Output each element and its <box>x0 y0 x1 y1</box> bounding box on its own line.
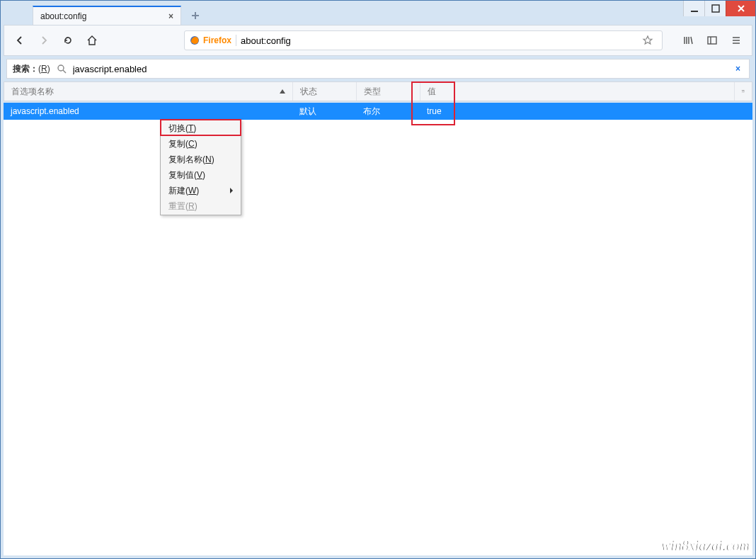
pref-status-cell: 默认 <box>292 106 356 118</box>
context-reset: 重置(R) 重置(R) <box>161 198 240 214</box>
reload-button[interactable] <box>58 30 78 50</box>
context-copy-value[interactable]: 复制值(V) 复制值(V) <box>161 167 240 183</box>
search-label: 搜索：(R) <box>13 63 50 75</box>
context-copy-name[interactable]: 复制名称(N) 复制名称(N) <box>161 152 240 167</box>
back-arrow-icon <box>14 35 25 46</box>
close-icon <box>735 3 747 14</box>
pref-type-cell: 布尔 <box>356 106 420 118</box>
firefox-icon <box>189 35 200 46</box>
context-new[interactable]: 新建(W) 新建(W) <box>161 183 240 198</box>
url-input[interactable] <box>241 34 638 47</box>
svg-rect-0 <box>691 11 698 12</box>
watermark: win8xiazai.com <box>661 538 750 554</box>
toolbar-right-group <box>678 30 746 50</box>
home-icon <box>86 35 98 46</box>
sidebar-icon <box>706 35 718 46</box>
context-copy[interactable]: 复制(C) 复制(C) <box>161 136 240 152</box>
svg-rect-8 <box>743 91 744 93</box>
browser-tab[interactable]: about:config × <box>33 6 181 26</box>
svg-point-5 <box>58 65 64 71</box>
svg-rect-7 <box>743 91 743 93</box>
bookmark-star-button[interactable] <box>642 35 658 46</box>
back-button[interactable] <box>10 30 30 50</box>
reload-icon <box>62 35 74 46</box>
preferences-list[interactable]: javascript.enabled 默认 布尔 true <box>4 103 752 555</box>
tab-close-button[interactable]: × <box>168 11 173 21</box>
maximize-icon <box>710 3 721 14</box>
submenu-arrow-icon <box>230 188 233 193</box>
library-button[interactable] <box>678 30 698 50</box>
column-header-value[interactable]: 值 <box>420 82 735 101</box>
address-bar[interactable]: Firefox <box>184 30 663 50</box>
forward-arrow-icon <box>38 35 50 46</box>
context-menu: 切换(T) 切换(T) 复制(C) 复制(C) 复制名称(N) 复制名称(N) … <box>160 119 241 215</box>
star-icon <box>642 35 653 46</box>
library-icon <box>682 35 694 46</box>
clear-search-button[interactable]: × <box>733 64 743 74</box>
sort-ascending-icon <box>280 89 285 94</box>
plus-icon <box>190 10 201 21</box>
tab-strip: about:config × <box>33 4 692 26</box>
column-header-name[interactable]: 首选项名称 <box>4 82 293 101</box>
home-button[interactable] <box>82 30 102 50</box>
svg-line-6 <box>63 70 66 73</box>
svg-rect-3 <box>708 37 716 44</box>
preference-search-bar: 搜索：(R) × <box>6 59 750 79</box>
close-window-button[interactable] <box>726 1 755 16</box>
pref-value-cell: true <box>420 106 752 116</box>
svg-rect-1 <box>712 5 719 12</box>
search-icon <box>56 63 67 74</box>
column-header-status[interactable]: 状态 <box>293 82 357 101</box>
window-controls <box>683 1 755 16</box>
column-header-row: 首选项名称 状态 类型 值 <box>4 81 752 101</box>
context-toggle[interactable]: 切换(T) 切换(T) <box>161 120 240 136</box>
site-identity[interactable]: Firefox <box>189 35 236 46</box>
pref-name-cell: javascript.enabled <box>4 106 292 116</box>
search-input[interactable] <box>73 64 727 74</box>
new-tab-button[interactable] <box>185 6 205 26</box>
column-header-type[interactable]: 类型 <box>357 82 420 101</box>
navigation-toolbar: Firefox <box>4 25 752 56</box>
maximize-button[interactable] <box>704 1 726 16</box>
column-picker-button[interactable] <box>735 82 752 101</box>
tab-title: about:config <box>40 11 86 21</box>
preference-row[interactable]: javascript.enabled 默认 布尔 true <box>4 103 752 120</box>
hamburger-icon <box>731 35 742 46</box>
forward-button[interactable] <box>34 30 54 50</box>
menu-button[interactable] <box>726 30 746 50</box>
identity-label: Firefox <box>203 35 231 45</box>
sidebar-button[interactable] <box>702 30 722 50</box>
column-picker-icon <box>742 86 745 97</box>
